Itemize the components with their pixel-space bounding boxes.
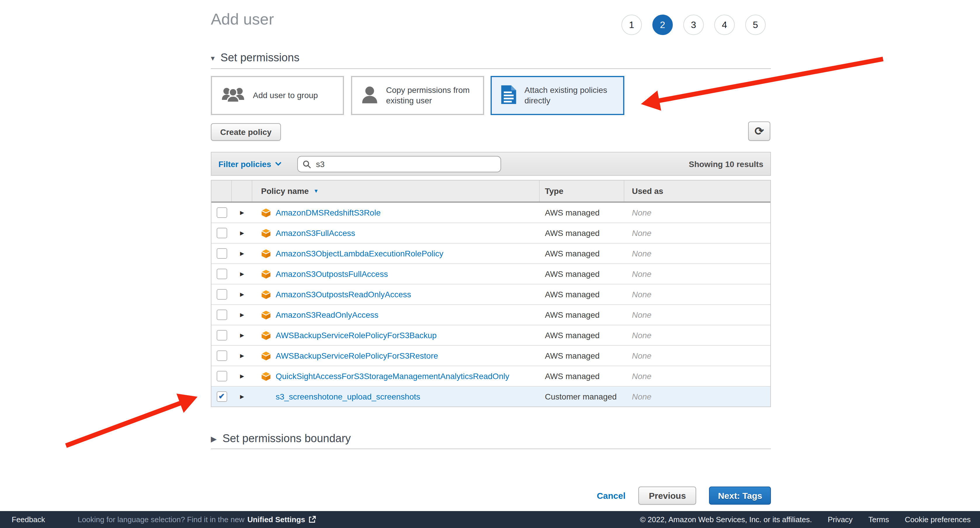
policy-type: AWS managed [539, 243, 624, 263]
expand-row-icon[interactable]: ▶ [232, 305, 252, 325]
policy-cube-icon [261, 351, 271, 361]
section-title: Set permissions boundary [223, 432, 351, 445]
set-permissions-boundary-header[interactable]: ▶ Set permissions boundary [211, 432, 351, 445]
arrow-to-attach-policies-card [657, 59, 883, 101]
expand-row-icon[interactable]: ▶ [232, 386, 252, 407]
add-user-wizard-page: Add user 12345 ▾ Set permissions Add use… [0, 0, 980, 528]
filter-bar: Filter policies Showing 10 results [211, 152, 771, 176]
cookie-preferences-link[interactable]: Cookie preferences [905, 515, 970, 524]
row-checkbox[interactable]: ✔ [216, 228, 227, 238]
policy-name-link[interactable]: QuickSightAccessForS3StorageManagementAn… [276, 372, 509, 381]
policy-cube-icon [261, 289, 271, 299]
policy-type: AWS managed [539, 346, 624, 366]
wizard-bottom-nav: Cancel Previous Next: Tags [597, 487, 771, 505]
unified-settings-label: Unified Settings [247, 515, 305, 524]
policy-name-link[interactable]: AmazonS3OutpostsReadOnlyAccess [276, 290, 411, 299]
table-row[interactable]: ✔ ▶ AmazonS3FullAccess AWS managed None [212, 223, 770, 243]
policy-name-link[interactable]: AmazonS3FullAccess [276, 228, 355, 238]
policy-used-as: None [624, 203, 770, 223]
table-row[interactable]: ✔ ▶ AmazonS3OutpostsFullAccess AWS manag… [212, 263, 770, 284]
step-circle[interactable]: 4 [714, 14, 735, 35]
policy-type: AWS managed [539, 223, 624, 243]
set-permissions-header[interactable]: ▾ Set permissions [211, 51, 299, 64]
policy-table-body: ✔ ▶ AmazonDMSRedshiftS3Role AWS managed … [212, 203, 770, 407]
table-row[interactable]: ✔ ▶ AmazonDMSRedshiftS3Role AWS managed … [212, 203, 770, 223]
row-checkbox[interactable]: ✔ [216, 289, 227, 300]
expand-row-icon[interactable]: ▶ [232, 285, 252, 304]
row-checkbox[interactable]: ✔ [216, 350, 227, 361]
cancel-button[interactable]: Cancel [597, 491, 625, 501]
filter-policies-dropdown[interactable]: Filter policies [218, 159, 282, 169]
policy-cube-icon [261, 228, 271, 238]
column-type[interactable]: Type [539, 180, 624, 202]
column-used-as[interactable]: Used as [624, 180, 770, 202]
policy-name-link[interactable]: AmazonS3OutpostsFullAccess [276, 269, 388, 278]
policy-used-as: None [624, 305, 770, 325]
collapse-triangle-icon: ▾ [211, 53, 215, 62]
expand-row-icon[interactable]: ▶ [232, 346, 252, 366]
policy-used-as: None [624, 346, 770, 366]
previous-button[interactable]: Previous [638, 487, 697, 505]
step-circle[interactable]: 2 [652, 14, 673, 35]
row-checkbox[interactable]: ✔ [216, 248, 227, 259]
privacy-link[interactable]: Privacy [828, 515, 853, 524]
header-expand-column [232, 180, 252, 202]
table-row[interactable]: ✔ ▶ AWSBackupServiceRolePolicyForS3Resto… [212, 345, 770, 366]
table-row[interactable]: ✔ ▶ AmazonS3ReadOnlyAccess AWS managed N… [212, 304, 770, 325]
expand-row-icon[interactable]: ▶ [232, 325, 252, 345]
step-circle[interactable]: 5 [745, 14, 766, 35]
feedback-link[interactable]: Feedback [12, 515, 45, 524]
policy-type: Customer managed [539, 386, 624, 407]
row-checkbox[interactable]: ✔ [216, 330, 227, 340]
row-checkbox[interactable]: ✔ [216, 207, 227, 218]
policy-name-link[interactable]: s3_screenshotone_upload_screenshots [276, 392, 420, 401]
chevron-down-icon [275, 162, 282, 166]
expand-row-icon[interactable]: ▶ [232, 223, 252, 243]
policy-name-link[interactable]: AWSBackupServiceRolePolicyForS3Backup [276, 331, 437, 340]
step-circle[interactable]: 1 [621, 14, 642, 35]
policy-used-as: None [624, 366, 770, 386]
table-row[interactable]: ✔ ▶ QuickSightAccessForS3StorageManageme… [212, 366, 770, 386]
policy-name-link[interactable]: AmazonDMSRedshiftS3Role [276, 208, 381, 217]
policy-name-link[interactable]: AmazonS3ObjectLambdaExecutionRolePolicy [276, 249, 443, 258]
policy-table: Policy name ▼ Type Used as ✔ ▶ [211, 180, 771, 407]
card-attach-existing-policies[interactable]: Attach existing policies directly [491, 76, 624, 115]
expand-row-icon[interactable]: ▶ [232, 366, 252, 386]
search-input[interactable] [315, 159, 480, 169]
row-checkbox[interactable]: ✔ [216, 371, 227, 382]
policy-used-as: None [624, 243, 770, 263]
policy-used-as: None [624, 223, 770, 243]
policy-cube-icon [261, 269, 271, 279]
policy-used-as: None [624, 285, 770, 304]
card-label: Copy permissions from existing user [386, 85, 483, 106]
card-add-user-to-group[interactable]: Add user to group [211, 76, 344, 115]
refresh-icon[interactable]: ⟳ [748, 121, 770, 141]
terms-link[interactable]: Terms [869, 515, 889, 524]
policy-name-link[interactable]: AWSBackupServiceRolePolicyForS3Restore [276, 351, 438, 360]
row-checkbox[interactable]: ✔ [216, 310, 227, 320]
expand-row-icon[interactable]: ▶ [232, 264, 252, 284]
expand-row-icon[interactable]: ▶ [232, 203, 252, 223]
table-row[interactable]: ✔ ▶ s3_screenshotone_upload_screenshots … [212, 386, 770, 407]
create-policy-button[interactable]: Create policy [211, 123, 281, 141]
card-copy-permissions[interactable]: Copy permissions from existing user [351, 76, 484, 115]
table-row[interactable]: ✔ ▶ AmazonS3ObjectLambdaExecutionRolePol… [212, 243, 770, 263]
copyright-text: © 2022, Amazon Web Services, Inc. or its… [640, 515, 812, 524]
policy-type: AWS managed [539, 203, 624, 223]
step-circle[interactable]: 3 [683, 14, 704, 35]
policy-document-icon [501, 84, 517, 107]
table-row[interactable]: ✔ ▶ AmazonS3OutpostsReadOnlyAccess AWS m… [212, 284, 770, 304]
expand-row-icon[interactable]: ▶ [232, 243, 252, 263]
checkmark-icon: ✔ [218, 391, 225, 401]
policy-used-as: None [624, 264, 770, 284]
column-policy-name[interactable]: Policy name ▼ [252, 180, 539, 202]
row-checkbox[interactable]: ✔ [216, 391, 227, 402]
next-tags-button[interactable]: Next: Tags [709, 487, 771, 505]
policy-name-link[interactable]: AmazonS3ReadOnlyAccess [276, 310, 379, 320]
unified-settings-link[interactable]: Unified Settings [247, 515, 316, 524]
step-indicator: 12345 [621, 14, 766, 35]
policy-cube-icon [261, 330, 271, 340]
table-row[interactable]: ✔ ▶ AWSBackupServiceRolePolicyForS3Backu… [212, 325, 770, 345]
row-checkbox[interactable]: ✔ [216, 269, 227, 279]
column-label: Policy name [261, 186, 309, 196]
